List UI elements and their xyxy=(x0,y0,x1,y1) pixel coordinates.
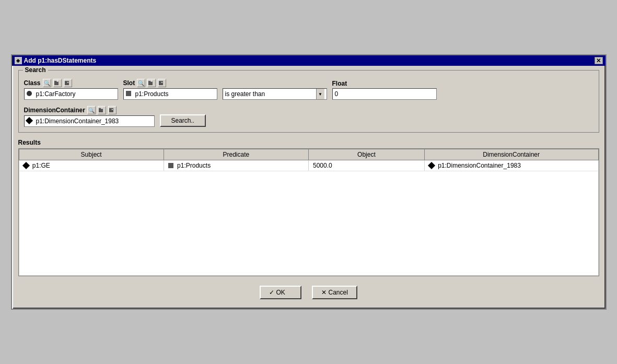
row-dim-container: p1:DimensionContainer_1983 xyxy=(424,160,598,171)
slot-add-icon[interactable]: + xyxy=(147,79,156,87)
slot-remove-icon[interactable]: - xyxy=(158,79,166,87)
results-table: Subject Predicate Object DimensionContai… xyxy=(19,149,599,276)
row-subject: p1:GE xyxy=(19,160,164,171)
svg-text:-: - xyxy=(67,79,68,85)
col-subject: Subject xyxy=(19,149,164,160)
col-dim-container: DimensionContainer xyxy=(424,149,598,160)
dim-search-icon[interactable]: 🔍 xyxy=(87,106,96,114)
predicate-square-icon xyxy=(168,163,173,168)
bottom-buttons: ✓ OK ✕ Cancel xyxy=(18,281,599,304)
float-label: Float xyxy=(332,80,347,87)
slot-field-group: Slot 🔍 + - p1:Products xyxy=(123,79,217,100)
svg-text:-: - xyxy=(161,79,163,85)
slot-label-row: Slot 🔍 + - xyxy=(123,79,217,87)
class-value: p1:CarFactory xyxy=(36,90,76,98)
row-dim-value: p1:DimensionContainer_1983 xyxy=(438,162,521,169)
subject-diamond-icon xyxy=(22,162,29,169)
dialog-title: Add p1:hasDStatements xyxy=(24,57,97,64)
class-search-icon[interactable]: 🔍 xyxy=(43,79,51,87)
row-predicate: p1:Products xyxy=(164,160,308,171)
svg-text:+: + xyxy=(101,107,103,111)
results-table-container: Subject Predicate Object DimensionContai… xyxy=(18,148,599,276)
float-input[interactable]: 0 xyxy=(332,88,437,100)
class-label: Class xyxy=(24,79,41,87)
dim-diamond-icon xyxy=(25,117,32,124)
dim-row: DimensionContainer 🔍 + - p1:DimensionCon… xyxy=(24,106,593,127)
dim-value: p1:DimensionContainer_1983 xyxy=(36,118,119,125)
dim-input[interactable]: p1:DimensionContainer_1983 xyxy=(24,115,155,127)
main-dialog: ◈ Add p1:hasDStatements ✕ Search Class 🔍… xyxy=(11,54,607,310)
dim-field-group: DimensionContainer 🔍 + - p1:DimensionCon… xyxy=(24,106,155,127)
class-remove-icon[interactable]: - xyxy=(64,79,72,87)
empty-space-row xyxy=(19,171,598,276)
class-add-icon[interactable]: + xyxy=(53,79,62,87)
title-bar: ◈ Add p1:hasDStatements ✕ xyxy=(12,55,606,66)
title-icon: ◈ xyxy=(15,57,22,64)
results-section: Results Subject Predicate Object Dimensi… xyxy=(18,139,599,276)
class-label-row: Class 🔍 + - xyxy=(24,79,118,87)
slot-search-icon[interactable]: 🔍 xyxy=(137,79,145,87)
col-predicate: Predicate xyxy=(164,149,308,160)
comparator-label-row: Class xyxy=(223,80,327,87)
dim-remove-icon[interactable]: - xyxy=(108,106,117,114)
dialog-content: Search Class 🔍 + - xyxy=(12,66,606,309)
float-label-row: Float xyxy=(332,80,437,87)
object-value: 5000.0 xyxy=(313,162,332,169)
empty-space-cell xyxy=(19,171,598,276)
predicate-value: p1:Products xyxy=(177,162,211,169)
dim-add-icon[interactable]: + xyxy=(98,106,106,114)
svg-text:+: + xyxy=(56,79,59,84)
search-button[interactable]: Search.. xyxy=(160,114,206,127)
col-object: Object xyxy=(309,149,425,160)
dim-label-row: DimensionContainer 🔍 + - xyxy=(24,106,155,114)
class-circle-icon xyxy=(27,91,32,96)
results-label: Results xyxy=(18,139,599,146)
float-field-group: Float 0 xyxy=(332,80,437,100)
results-table-body: p1:GE p1:Products 5000.0 p1: xyxy=(19,160,598,276)
search-section: Search Class 🔍 + - xyxy=(18,70,599,133)
slot-square-icon xyxy=(126,91,131,96)
comparator-arrow[interactable]: ▼ xyxy=(316,89,324,99)
svg-text:-: - xyxy=(111,107,113,112)
search-legend: Search xyxy=(23,66,48,74)
float-value: 0 xyxy=(335,90,339,98)
slot-value: p1:Products xyxy=(135,90,169,98)
slot-label: Slot xyxy=(123,79,135,87)
dim-label: DimensionContainer xyxy=(24,107,85,114)
comparator-field-group: Class is greater than ▼ xyxy=(223,80,327,100)
row-diamond-icon xyxy=(428,162,435,169)
svg-text:+: + xyxy=(150,79,153,84)
table-row: p1:GE p1:Products 5000.0 p1: xyxy=(19,160,598,171)
cancel-button[interactable]: ✕ Cancel xyxy=(312,286,357,299)
row-object: 5000.0 xyxy=(309,160,425,171)
results-table-head: Subject Predicate Object DimensionContai… xyxy=(19,149,598,160)
title-bar-left: ◈ Add p1:hasDStatements xyxy=(15,57,97,64)
class-input[interactable]: p1:CarFactory xyxy=(24,88,118,100)
slot-input[interactable]: p1:Products xyxy=(123,88,217,100)
comparator-value: is greater than xyxy=(225,90,265,98)
search-row-1: Class 🔍 + - p1:CarFactory xyxy=(24,79,593,100)
results-header-row: Subject Predicate Object DimensionContai… xyxy=(19,149,598,160)
comparator-select[interactable]: is greater than ▼ xyxy=(223,88,327,100)
class-field-group: Class 🔍 + - p1:CarFactory xyxy=(24,79,118,100)
subject-value: p1:GE xyxy=(32,162,50,169)
close-button[interactable]: ✕ xyxy=(595,57,603,64)
ok-button[interactable]: ✓ OK xyxy=(260,286,301,299)
